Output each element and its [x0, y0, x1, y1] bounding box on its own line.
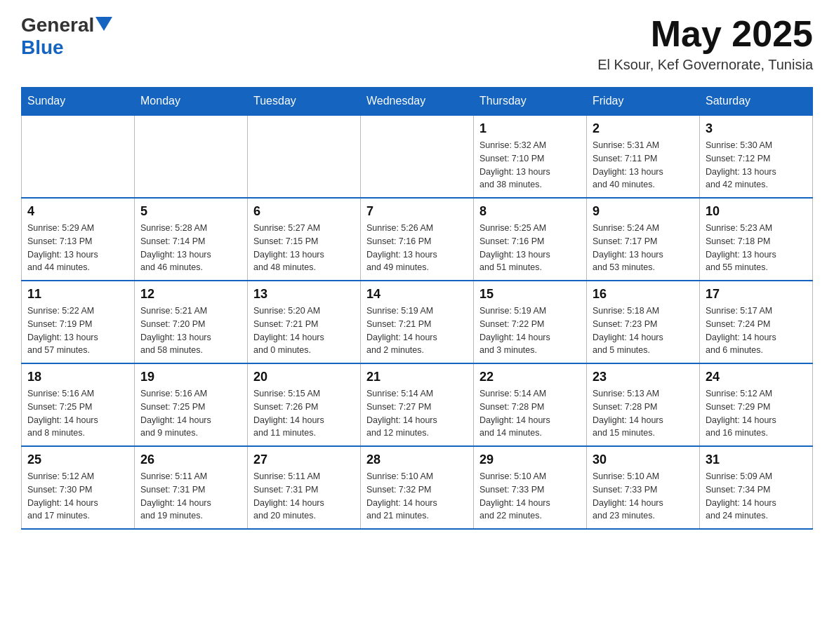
- calendar-cell: 11Sunrise: 5:22 AM Sunset: 7:19 PM Dayli…: [22, 281, 135, 363]
- calendar-cell: 5Sunrise: 5:28 AM Sunset: 7:14 PM Daylig…: [135, 198, 248, 281]
- day-info: Sunrise: 5:23 AM Sunset: 7:18 PM Dayligh…: [706, 222, 807, 274]
- calendar-cell: 29Sunrise: 5:10 AM Sunset: 7:33 PM Dayli…: [474, 446, 587, 529]
- day-info: Sunrise: 5:09 AM Sunset: 7:34 PM Dayligh…: [706, 470, 807, 523]
- calendar-week-row: 18Sunrise: 5:16 AM Sunset: 7:25 PM Dayli…: [22, 363, 813, 446]
- day-number: 14: [366, 287, 468, 302]
- logo-general-text: General: [21, 14, 94, 36]
- day-info: Sunrise: 5:19 AM Sunset: 7:21 PM Dayligh…: [366, 304, 468, 357]
- calendar-cell: [135, 115, 248, 198]
- calendar-cell: 18Sunrise: 5:16 AM Sunset: 7:25 PM Dayli…: [22, 363, 135, 446]
- day-info: Sunrise: 5:12 AM Sunset: 7:29 PM Dayligh…: [706, 387, 807, 440]
- day-info: Sunrise: 5:11 AM Sunset: 7:31 PM Dayligh…: [253, 470, 355, 523]
- day-info: Sunrise: 5:16 AM Sunset: 7:25 PM Dayligh…: [140, 387, 241, 440]
- day-number: 8: [479, 204, 581, 219]
- day-info: Sunrise: 5:14 AM Sunset: 7:28 PM Dayligh…: [479, 387, 581, 440]
- day-number: 5: [140, 204, 241, 219]
- day-info: Sunrise: 5:10 AM Sunset: 7:33 PM Dayligh…: [593, 470, 694, 523]
- day-info: Sunrise: 5:22 AM Sunset: 7:19 PM Dayligh…: [27, 304, 128, 357]
- calendar-cell: 8Sunrise: 5:25 AM Sunset: 7:16 PM Daylig…: [474, 198, 587, 281]
- day-number: 15: [479, 287, 581, 302]
- day-of-week-header: Thursday: [474, 88, 587, 116]
- day-info: Sunrise: 5:14 AM Sunset: 7:27 PM Dayligh…: [366, 387, 468, 440]
- day-info: Sunrise: 5:29 AM Sunset: 7:13 PM Dayligh…: [27, 222, 128, 274]
- calendar-week-row: 4Sunrise: 5:29 AM Sunset: 7:13 PM Daylig…: [22, 198, 813, 281]
- day-info: Sunrise: 5:16 AM Sunset: 7:25 PM Dayligh…: [27, 387, 128, 440]
- day-of-week-header: Friday: [587, 88, 700, 116]
- day-info: Sunrise: 5:10 AM Sunset: 7:33 PM Dayligh…: [479, 470, 581, 523]
- day-number: 11: [27, 287, 128, 302]
- day-number: 18: [27, 370, 128, 384]
- calendar-cell: 31Sunrise: 5:09 AM Sunset: 7:34 PM Dayli…: [700, 446, 813, 529]
- day-number: 10: [706, 204, 807, 219]
- day-number: 2: [593, 121, 694, 136]
- day-number: 19: [140, 370, 241, 384]
- day-number: 6: [253, 204, 355, 219]
- day-info: Sunrise: 5:30 AM Sunset: 7:12 PM Dayligh…: [706, 139, 807, 192]
- day-info: Sunrise: 5:26 AM Sunset: 7:16 PM Dayligh…: [366, 222, 468, 274]
- calendar-week-row: 25Sunrise: 5:12 AM Sunset: 7:30 PM Dayli…: [22, 446, 813, 529]
- title-block: May 2025 El Ksour, Kef Governorate, Tuni…: [597, 14, 813, 73]
- calendar-cell: 7Sunrise: 5:26 AM Sunset: 7:16 PM Daylig…: [361, 198, 474, 281]
- calendar-cell: 15Sunrise: 5:19 AM Sunset: 7:22 PM Dayli…: [474, 281, 587, 363]
- day-number: 13: [253, 287, 355, 302]
- day-info: Sunrise: 5:25 AM Sunset: 7:16 PM Dayligh…: [479, 222, 581, 274]
- day-number: 26: [140, 452, 241, 467]
- day-info: Sunrise: 5:15 AM Sunset: 7:26 PM Dayligh…: [253, 387, 355, 440]
- calendar-cell: 14Sunrise: 5:19 AM Sunset: 7:21 PM Dayli…: [361, 281, 474, 363]
- calendar-cell: 27Sunrise: 5:11 AM Sunset: 7:31 PM Dayli…: [248, 446, 361, 529]
- day-of-week-header: Wednesday: [361, 88, 474, 116]
- calendar-cell: [361, 115, 474, 198]
- calendar-cell: 24Sunrise: 5:12 AM Sunset: 7:29 PM Dayli…: [700, 363, 813, 446]
- day-number: 16: [593, 287, 694, 302]
- day-number: 9: [593, 204, 694, 219]
- calendar-cell: 2Sunrise: 5:31 AM Sunset: 7:11 PM Daylig…: [587, 115, 700, 198]
- day-number: 21: [366, 370, 468, 384]
- day-number: 3: [706, 121, 807, 136]
- day-info: Sunrise: 5:28 AM Sunset: 7:14 PM Dayligh…: [140, 222, 241, 274]
- calendar-cell: 19Sunrise: 5:16 AM Sunset: 7:25 PM Dayli…: [135, 363, 248, 446]
- day-number: 28: [366, 452, 468, 467]
- logo-triangle-icon: [95, 17, 112, 31]
- calendar-title: May 2025: [597, 14, 813, 54]
- day-info: Sunrise: 5:10 AM Sunset: 7:32 PM Dayligh…: [366, 470, 468, 523]
- day-info: Sunrise: 5:11 AM Sunset: 7:31 PM Dayligh…: [140, 470, 241, 523]
- calendar-cell: 10Sunrise: 5:23 AM Sunset: 7:18 PM Dayli…: [700, 198, 813, 281]
- calendar-header-row: SundayMondayTuesdayWednesdayThursdayFrid…: [22, 88, 813, 116]
- day-of-week-header: Tuesday: [248, 88, 361, 116]
- day-of-week-header: Monday: [135, 88, 248, 116]
- day-info: Sunrise: 5:20 AM Sunset: 7:21 PM Dayligh…: [253, 304, 355, 357]
- day-number: 22: [479, 370, 581, 384]
- day-info: Sunrise: 5:24 AM Sunset: 7:17 PM Dayligh…: [593, 222, 694, 274]
- calendar-cell: 28Sunrise: 5:10 AM Sunset: 7:32 PM Dayli…: [361, 446, 474, 529]
- calendar-week-row: 1Sunrise: 5:32 AM Sunset: 7:10 PM Daylig…: [22, 115, 813, 198]
- day-number: 12: [140, 287, 241, 302]
- day-number: 30: [593, 452, 694, 467]
- calendar-cell: [248, 115, 361, 198]
- day-of-week-header: Sunday: [22, 88, 135, 116]
- calendar-cell: 6Sunrise: 5:27 AM Sunset: 7:15 PM Daylig…: [248, 198, 361, 281]
- day-number: 1: [479, 121, 581, 136]
- day-number: 4: [27, 204, 128, 219]
- calendar-location: El Ksour, Kef Governorate, Tunisia: [597, 57, 813, 73]
- day-info: Sunrise: 5:31 AM Sunset: 7:11 PM Dayligh…: [593, 139, 694, 192]
- calendar-cell: 25Sunrise: 5:12 AM Sunset: 7:30 PM Dayli…: [22, 446, 135, 529]
- logo-blue-text: Blue: [21, 36, 64, 59]
- calendar-cell: 4Sunrise: 5:29 AM Sunset: 7:13 PM Daylig…: [22, 198, 135, 281]
- day-number: 24: [706, 370, 807, 384]
- day-number: 7: [366, 204, 468, 219]
- calendar-table: SundayMondayTuesdayWednesdayThursdayFrid…: [21, 87, 813, 530]
- day-number: 31: [706, 452, 807, 467]
- calendar-cell: 21Sunrise: 5:14 AM Sunset: 7:27 PM Dayli…: [361, 363, 474, 446]
- day-info: Sunrise: 5:21 AM Sunset: 7:20 PM Dayligh…: [140, 304, 241, 357]
- calendar-cell: 20Sunrise: 5:15 AM Sunset: 7:26 PM Dayli…: [248, 363, 361, 446]
- calendar-cell: [22, 115, 135, 198]
- day-number: 27: [253, 452, 355, 467]
- calendar-cell: 22Sunrise: 5:14 AM Sunset: 7:28 PM Dayli…: [474, 363, 587, 446]
- calendar-cell: 30Sunrise: 5:10 AM Sunset: 7:33 PM Dayli…: [587, 446, 700, 529]
- day-info: Sunrise: 5:17 AM Sunset: 7:24 PM Dayligh…: [706, 304, 807, 357]
- calendar-cell: 17Sunrise: 5:17 AM Sunset: 7:24 PM Dayli…: [700, 281, 813, 363]
- calendar-cell: 12Sunrise: 5:21 AM Sunset: 7:20 PM Dayli…: [135, 281, 248, 363]
- calendar-cell: 1Sunrise: 5:32 AM Sunset: 7:10 PM Daylig…: [474, 115, 587, 198]
- calendar-cell: 3Sunrise: 5:30 AM Sunset: 7:12 PM Daylig…: [700, 115, 813, 198]
- calendar-cell: 13Sunrise: 5:20 AM Sunset: 7:21 PM Dayli…: [248, 281, 361, 363]
